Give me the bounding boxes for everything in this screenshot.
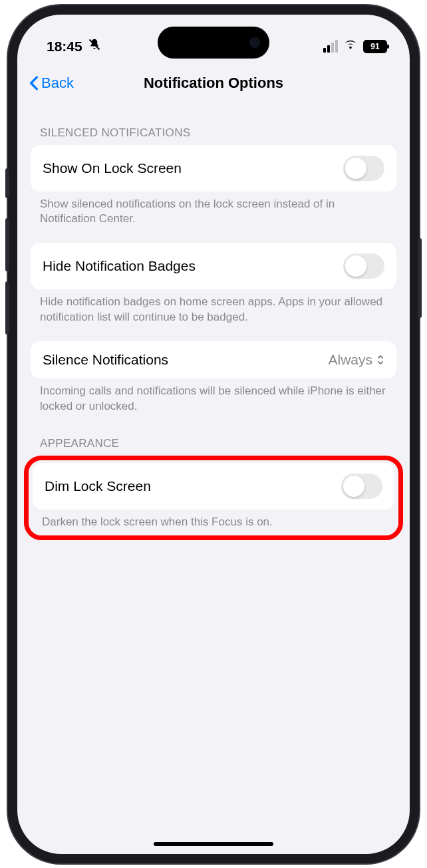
silence-value: Always xyxy=(328,352,372,368)
row-label: Show On Lock Screen xyxy=(43,160,182,176)
volume-up-button xyxy=(5,218,9,271)
content-area: Silenced Notifications Show On Lock Scre… xyxy=(17,106,410,541)
nav-header: Back Notification Options xyxy=(17,61,410,106)
row-show-on-lock-screen[interactable]: Show On Lock Screen xyxy=(31,145,396,192)
row-dim-lock-screen[interactable]: Dim Lock Screen xyxy=(33,463,394,509)
row-hide-notification-badges[interactable]: Hide Notification Badges xyxy=(31,243,396,289)
screen: 18:45 91 Back Notification Options Sil xyxy=(17,15,410,854)
up-down-icon xyxy=(376,354,384,366)
status-time: 18:45 xyxy=(47,39,82,55)
toggle-dim-lock-screen[interactable] xyxy=(341,474,382,499)
battery-indicator: 91 xyxy=(363,40,387,53)
section-header-silenced: Silenced Notifications xyxy=(31,120,396,145)
page-title: Notification Options xyxy=(144,74,283,92)
back-label: Back xyxy=(41,74,74,92)
phone-frame: 18:45 91 Back Notification Options Sil xyxy=(8,5,419,863)
footer-hide-notification-badges: Hide notification badges on home screen … xyxy=(31,289,396,341)
footer-silence-notifications: Incoming calls and notifications will be… xyxy=(31,378,396,430)
section-header-appearance: Appearance xyxy=(31,430,396,456)
row-label: Hide Notification Badges xyxy=(43,258,196,274)
row-label: Silence Notifications xyxy=(43,352,168,368)
volume-down-button xyxy=(5,281,9,335)
cellular-signal-icon xyxy=(323,40,338,53)
chevron-left-icon xyxy=(29,76,39,90)
home-indicator[interactable] xyxy=(154,842,273,846)
row-label: Dim Lock Screen xyxy=(45,478,151,494)
row-silence-notifications[interactable]: Silence Notifications Always xyxy=(31,341,396,378)
footer-dim-lock-screen: Darken the lock screen when this Focus i… xyxy=(33,509,394,534)
mute-switch xyxy=(5,168,9,198)
power-button xyxy=(418,238,422,318)
toggle-show-on-lock-screen[interactable] xyxy=(343,156,384,181)
wifi-icon xyxy=(343,39,358,54)
highlight-dim-lock-screen: Dim Lock Screen Darken the lock screen w… xyxy=(24,456,403,540)
toggle-hide-notification-badges[interactable] xyxy=(343,253,384,279)
footer-show-on-lock-screen: Show silenced notifications on the lock … xyxy=(31,192,396,243)
silent-mode-icon xyxy=(88,38,101,55)
back-button[interactable]: Back xyxy=(29,74,74,92)
dynamic-island xyxy=(158,27,269,59)
